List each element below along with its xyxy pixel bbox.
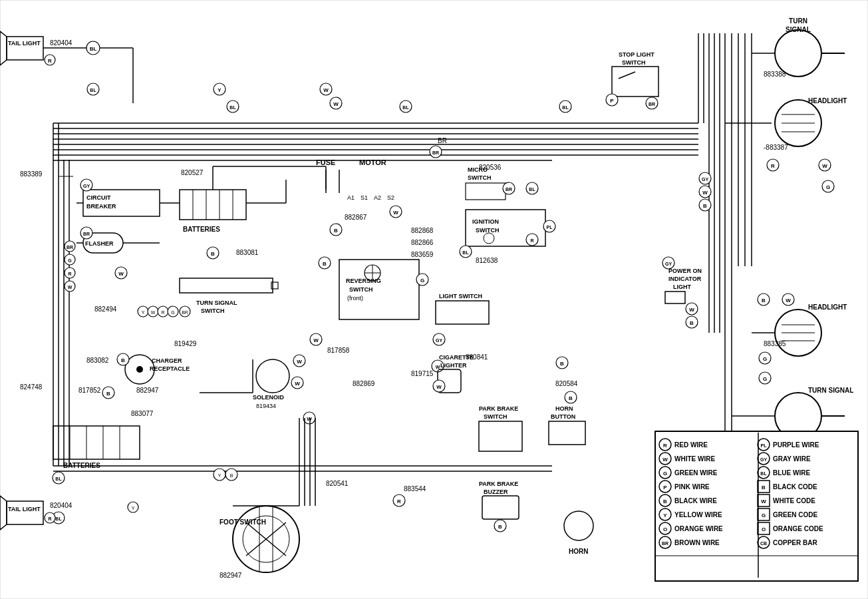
- svg-text:W: W: [295, 381, 300, 387]
- svg-text:ORANGE CODE: ORANGE CODE: [773, 525, 823, 532]
- svg-text:882947: 882947: [136, 387, 159, 394]
- svg-text:W: W: [689, 307, 694, 313]
- svg-text:R: R: [530, 238, 533, 243]
- svg-text:882867: 882867: [345, 214, 367, 221]
- svg-text:BL: BL: [562, 105, 569, 110]
- svg-text:HORN: HORN: [569, 548, 588, 555]
- svg-text:PARK BRAKE: PARK BRAKE: [479, 405, 518, 412]
- svg-text:819429: 819429: [174, 340, 197, 347]
- svg-text:W: W: [393, 210, 398, 216]
- svg-text:SOLENOID: SOLENOID: [253, 394, 285, 401]
- svg-text:BROWN WIRE: BROWN WIRE: [674, 539, 720, 546]
- svg-text:R: R: [161, 310, 164, 315]
- svg-text:-883387: -883387: [764, 144, 788, 151]
- svg-text:R: R: [48, 516, 51, 521]
- svg-text:O: O: [663, 526, 667, 532]
- svg-text:Y: Y: [663, 512, 667, 518]
- svg-text:R: R: [397, 499, 401, 504]
- svg-text:G: G: [171, 310, 174, 315]
- svg-text:883385: 883385: [764, 340, 786, 347]
- svg-text:W: W: [702, 190, 708, 196]
- svg-text:BR: BR: [662, 541, 668, 546]
- svg-text:SWITCH: SWITCH: [476, 227, 500, 234]
- svg-text:BATTERIES: BATTERIES: [63, 462, 100, 469]
- svg-text:PL: PL: [761, 443, 768, 448]
- svg-text:BR: BR: [506, 187, 512, 192]
- svg-text:820536: 820536: [479, 164, 502, 171]
- svg-text:TURN: TURN: [789, 17, 807, 25]
- svg-text:GY: GY: [760, 457, 767, 462]
- svg-text:S1: S1: [361, 194, 368, 201]
- svg-text:A1: A1: [347, 194, 355, 201]
- svg-text:GY: GY: [436, 338, 442, 343]
- svg-text:IGNITION: IGNITION: [472, 218, 499, 225]
- svg-text:TURN SIGNAL: TURN SIGNAL: [196, 300, 237, 306]
- svg-text:STOP LIGHT: STOP LIGHT: [619, 51, 654, 58]
- svg-text:882868: 882868: [411, 227, 434, 234]
- svg-text:Y: Y: [218, 473, 221, 478]
- svg-text:R: R: [48, 58, 52, 64]
- svg-text:820584: 820584: [555, 380, 578, 387]
- svg-text:812638: 812638: [476, 257, 498, 264]
- svg-text:G: G: [420, 278, 424, 284]
- svg-text:883659: 883659: [411, 251, 434, 258]
- svg-text:882866: 882866: [411, 239, 434, 246]
- white-code-label: WHITE CODE: [773, 497, 815, 504]
- svg-text:883082: 883082: [86, 357, 109, 364]
- svg-text:RED WIRE: RED WIRE: [674, 441, 708, 449]
- svg-text:BL: BL: [90, 88, 96, 93]
- svg-text:G: G: [826, 184, 830, 190]
- svg-text:INDICATOR: INDICATOR: [668, 276, 702, 282]
- svg-text:BR: BR: [67, 245, 73, 250]
- svg-text:BR: BR: [432, 150, 439, 155]
- svg-text:BLACK CODE: BLACK CODE: [773, 483, 817, 491]
- svg-text:883388: 883388: [764, 71, 786, 78]
- svg-text:PURPLE WIRE: PURPLE WIRE: [773, 441, 819, 449]
- svg-text:GY: GY: [665, 262, 672, 266]
- svg-text:B: B: [498, 524, 502, 530]
- svg-text:Y: Y: [217, 87, 221, 93]
- svg-text:BL: BL: [760, 471, 767, 476]
- svg-text:LIGHTER: LIGHTER: [440, 362, 467, 369]
- svg-text:R: R: [771, 163, 775, 169]
- svg-text:W: W: [761, 499, 766, 504]
- svg-text:883544: 883544: [404, 485, 426, 493]
- svg-text:B: B: [690, 320, 694, 326]
- svg-text:882869: 882869: [353, 380, 375, 387]
- svg-text:817858: 817858: [327, 347, 350, 354]
- svg-text:BR: BR: [649, 102, 655, 106]
- svg-text:O: O: [762, 526, 766, 532]
- svg-text:B: B: [762, 485, 766, 491]
- svg-text:S2: S2: [387, 194, 394, 201]
- svg-text:883389: 883389: [20, 170, 43, 178]
- svg-text:B: B: [560, 361, 564, 367]
- svg-text:820404: 820404: [50, 39, 72, 47]
- svg-text:820541: 820541: [326, 480, 349, 487]
- svg-text:W: W: [313, 337, 319, 343]
- svg-text:B: B: [663, 499, 667, 504]
- svg-text:SWITCH: SWITCH: [349, 286, 373, 293]
- svg-text:LIGHT SWITCH: LIGHT SWITCH: [439, 293, 482, 300]
- svg-text:W: W: [436, 365, 440, 369]
- svg-text:W: W: [118, 271, 124, 277]
- svg-text:820404: 820404: [50, 502, 72, 509]
- svg-text:W: W: [662, 457, 668, 463]
- svg-text:B: B: [703, 203, 707, 209]
- svg-text:P: P: [610, 98, 614, 104]
- svg-text:P: P: [663, 485, 667, 491]
- svg-text:BATTERIES: BATTERIES: [183, 226, 220, 233]
- svg-text:TURN SIGNAL: TURN SIGNAL: [808, 387, 853, 394]
- svg-text:PINK WIRE: PINK WIRE: [674, 483, 710, 491]
- svg-text:W: W: [297, 359, 302, 365]
- svg-text:W: W: [786, 298, 791, 303]
- svg-text:824748: 824748: [20, 383, 43, 391]
- svg-text:BR: BR: [438, 137, 447, 144]
- svg-text:B: B: [323, 261, 327, 267]
- svg-text:B: B: [762, 298, 766, 303]
- svg-text:G: G: [763, 376, 767, 382]
- svg-text:W: W: [151, 310, 156, 315]
- tail-light-top-label: TAIL LIGHT: [8, 40, 41, 47]
- svg-text:W: W: [307, 416, 312, 422]
- svg-text:W: W: [822, 163, 827, 169]
- svg-text:BLACK WIRE: BLACK WIRE: [674, 497, 717, 504]
